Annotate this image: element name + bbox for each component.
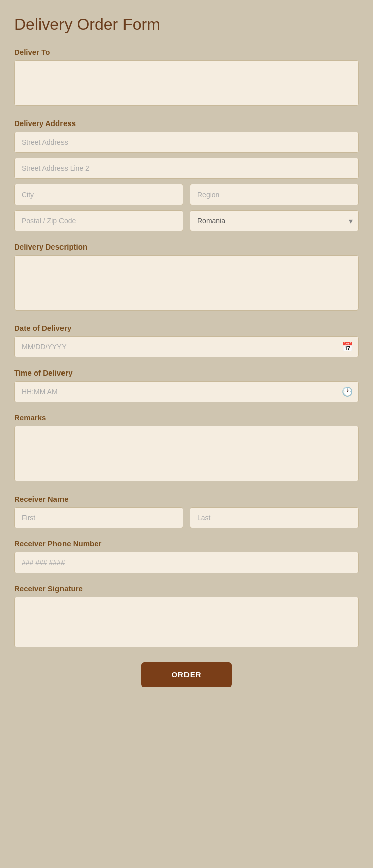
date-of-delivery-section: Date of Delivery 📅 xyxy=(14,324,359,357)
country-select[interactable]: Romania United States United Kingdom Ger… xyxy=(190,210,359,231)
region-col xyxy=(190,184,359,205)
page-title: Delivery Order Form xyxy=(14,15,359,34)
postal-col xyxy=(14,210,183,231)
city-region-row xyxy=(14,184,359,205)
city-input[interactable] xyxy=(14,184,183,205)
time-of-delivery-section: Time of Delivery 🕐 xyxy=(14,368,359,402)
region-input[interactable] xyxy=(190,184,359,205)
receiver-phone-section: Receiver Phone Number xyxy=(14,539,359,573)
receiver-phone-label: Receiver Phone Number xyxy=(14,539,359,548)
deliver-to-input[interactable] xyxy=(14,60,359,106)
remarks-input[interactable] xyxy=(14,426,359,481)
street-address-input[interactable] xyxy=(14,132,359,153)
receiver-name-row xyxy=(14,507,359,528)
time-of-delivery-label: Time of Delivery xyxy=(14,368,359,377)
deliver-to-section: Deliver To xyxy=(14,48,359,108)
street-address-2-input[interactable] xyxy=(14,158,359,179)
first-name-input[interactable] xyxy=(14,507,183,528)
delivery-address-section: Delivery Address Romania United States U… xyxy=(14,119,359,231)
signature-line xyxy=(22,634,351,634)
signature-area[interactable] xyxy=(14,597,359,647)
time-of-delivery-input[interactable] xyxy=(14,381,359,402)
date-input-wrap: 📅 xyxy=(14,336,359,357)
order-button-wrap: ORDER xyxy=(14,662,359,687)
last-name-input[interactable] xyxy=(190,507,359,528)
date-of-delivery-label: Date of Delivery xyxy=(14,324,359,332)
delivery-description-input[interactable] xyxy=(14,255,359,311)
last-name-col xyxy=(190,507,359,528)
receiver-name-section: Receiver Name xyxy=(14,494,359,528)
remarks-label: Remarks xyxy=(14,413,359,422)
receiver-signature-label: Receiver Signature xyxy=(14,584,359,593)
address-stack: Romania United States United Kingdom Ger… xyxy=(14,132,359,231)
receiver-name-label: Receiver Name xyxy=(14,494,359,503)
delivery-description-section: Delivery Description xyxy=(14,242,359,313)
delivery-description-label: Delivery Description xyxy=(14,242,359,251)
first-name-col xyxy=(14,507,183,528)
receiver-phone-input[interactable] xyxy=(14,552,359,573)
postal-code-input[interactable] xyxy=(14,210,183,231)
deliver-to-label: Deliver To xyxy=(14,48,359,56)
time-input-wrap: 🕐 xyxy=(14,381,359,402)
order-button[interactable]: ORDER xyxy=(141,662,231,687)
date-of-delivery-input[interactable] xyxy=(14,336,359,357)
country-select-wrap: Romania United States United Kingdom Ger… xyxy=(190,210,359,231)
delivery-address-label: Delivery Address xyxy=(14,119,359,128)
remarks-section: Remarks xyxy=(14,413,359,483)
receiver-signature-section: Receiver Signature xyxy=(14,584,359,647)
city-col xyxy=(14,184,183,205)
postal-country-row: Romania United States United Kingdom Ger… xyxy=(14,210,359,231)
